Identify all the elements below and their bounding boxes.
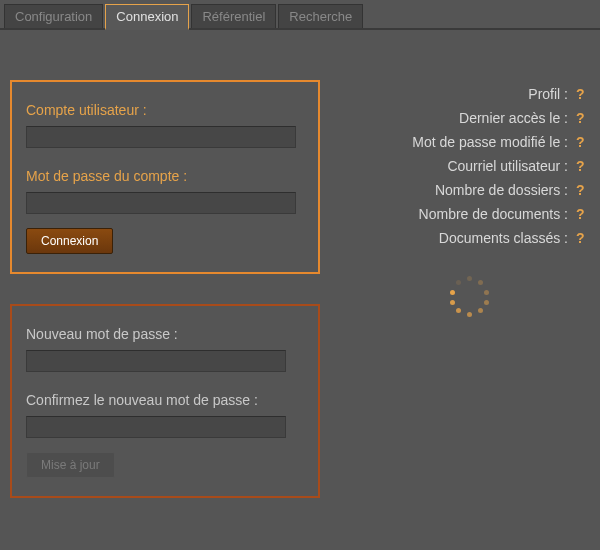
info-value: ? <box>576 134 590 150</box>
info-value: ? <box>576 110 590 126</box>
info-row: Profil : ? <box>350 86 590 102</box>
info-row: Courriel utilisateur : ? <box>350 158 590 174</box>
confirm-password-label: Confirmez le nouveau mot de passe : <box>26 392 304 408</box>
update-password-button[interactable]: Mise à jour <box>26 452 115 478</box>
info-value: ? <box>576 230 590 246</box>
tab-recherche[interactable]: Recherche <box>278 4 363 28</box>
new-password-input[interactable] <box>26 350 286 372</box>
info-row: Documents classés : ? <box>350 230 590 246</box>
info-label: Courriel utilisateur : <box>447 158 568 174</box>
login-button[interactable]: Connexion <box>26 228 113 254</box>
password-input[interactable] <box>26 192 296 214</box>
info-row: Dernier accès le : ? <box>350 110 590 126</box>
change-password-panel: Nouveau mot de passe : Confirmez le nouv… <box>10 304 320 498</box>
tab-referentiel[interactable]: Référentiel <box>191 4 276 28</box>
info-label: Nombre de dossiers : <box>435 182 568 198</box>
user-input[interactable] <box>26 126 296 148</box>
info-value: ? <box>576 182 590 198</box>
tab-bar: Configuration Connexion Référentiel Rech… <box>0 0 600 30</box>
info-value: ? <box>576 206 590 222</box>
new-password-label: Nouveau mot de passe : <box>26 326 304 342</box>
info-label: Documents classés : <box>439 230 568 246</box>
info-label: Nombre de documents : <box>419 206 568 222</box>
info-label: Mot de passe modifié le : <box>412 134 568 150</box>
info-row: Nombre de documents : ? <box>350 206 590 222</box>
account-info-list: Profil : ? Dernier accès le : ? Mot de p… <box>350 86 590 246</box>
confirm-password-input[interactable] <box>26 416 286 438</box>
info-row: Nombre de dossiers : ? <box>350 182 590 198</box>
loading-spinner-icon <box>450 276 490 316</box>
info-label: Profil : <box>528 86 568 102</box>
tab-configuration[interactable]: Configuration <box>4 4 103 28</box>
info-label: Dernier accès le : <box>459 110 568 126</box>
info-value: ? <box>576 158 590 174</box>
password-label: Mot de passe du compte : <box>26 168 304 184</box>
login-panel: Compte utilisateur : Mot de passe du com… <box>10 80 320 274</box>
tab-connexion[interactable]: Connexion <box>105 4 189 30</box>
info-value: ? <box>576 86 590 102</box>
user-label: Compte utilisateur : <box>26 102 304 118</box>
info-row: Mot de passe modifié le : ? <box>350 134 590 150</box>
